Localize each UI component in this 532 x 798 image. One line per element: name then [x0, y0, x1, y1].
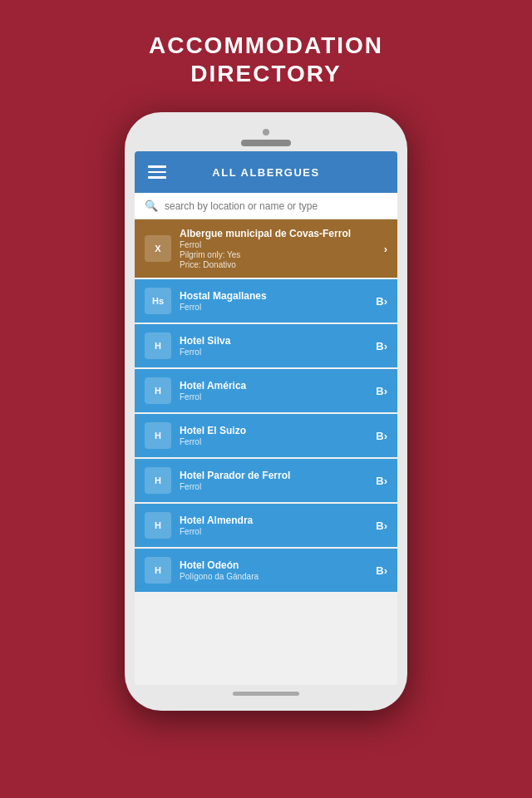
item-badge: H: [145, 557, 171, 584]
item-name: Hotel Odeón: [180, 559, 367, 571]
item-arrow: B›: [376, 520, 387, 532]
item-detail2: Price: Donativo: [180, 260, 376, 269]
item-content: Hotel AlmendraFerrol: [180, 515, 367, 536]
phone-camera: [263, 129, 269, 135]
item-arrow: B›: [376, 295, 387, 308]
item-arrow: B›: [376, 430, 387, 442]
list-item[interactable]: XAlbergue municipal de Covas-FerrolFerro…: [135, 219, 397, 278]
app-header-title: ALL ALBERGUES: [166, 166, 366, 179]
item-name: Hotel Silva: [180, 335, 367, 347]
item-location: Ferrol: [180, 482, 367, 491]
item-location: Polígono da Gándara: [180, 572, 367, 581]
item-badge: H: [145, 332, 171, 359]
item-arrow: B›: [376, 475, 387, 487]
menu-button[interactable]: [148, 165, 166, 179]
item-name: Hotel Parador de Ferrol: [180, 470, 367, 481]
list-item[interactable]: HHotel AlmendraFerrolB›: [135, 504, 397, 547]
list-item[interactable]: HHotel OdeónPolígono da GándaraB›: [135, 549, 397, 592]
item-content: Hotel SilvaFerrol: [180, 335, 367, 357]
phone-home-bar: [233, 692, 299, 696]
phone-screen: ALL ALBERGUES 🔍 XAlbergue municipal de C…: [135, 151, 397, 685]
item-name: Hotel Almendra: [180, 515, 367, 526]
item-content: Hostal MagallanesFerrol: [180, 290, 367, 312]
list-item[interactable]: HHotel El SuizoFerrolB›: [135, 414, 397, 457]
search-input[interactable]: [165, 200, 387, 212]
item-content: Albergue municipal de Covas-FerrolFerrol…: [180, 228, 376, 269]
item-content: Hotel Parador de FerrolFerrol: [180, 470, 367, 491]
page-title: ACCOMMODATION DIRECTORY: [149, 32, 383, 87]
item-location: Ferrol: [180, 347, 367, 357]
item-badge: H: [145, 512, 171, 539]
search-bar: 🔍: [135, 193, 397, 219]
phone-top-bar: [135, 122, 397, 151]
item-badge: X: [145, 235, 171, 262]
item-arrow: B›: [376, 564, 387, 577]
list-item[interactable]: HHotel Parador de FerrolFerrolB›: [135, 459, 397, 502]
search-icon: 🔍: [145, 200, 158, 212]
item-content: Hotel El SuizoFerrol: [180, 425, 367, 446]
item-arrow: B›: [376, 385, 387, 397]
item-location: Ferrol: [180, 392, 367, 401]
item-badge: H: [145, 467, 171, 494]
item-name: Hotel El Suizo: [180, 425, 367, 436]
list-item[interactable]: HHotel AméricaFerrolB›: [135, 369, 397, 412]
item-name: Albergue municipal de Covas-Ferrol: [180, 228, 376, 239]
item-detail1: Pilgrim only: Yes: [180, 250, 376, 259]
item-location: Ferrol: [180, 437, 367, 446]
item-location: Ferrol: [180, 303, 367, 312]
item-badge: H: [145, 377, 171, 404]
phone-speaker: [241, 140, 291, 146]
item-name: Hostal Magallanes: [180, 290, 367, 302]
phone-mockup: ALL ALBERGUES 🔍 XAlbergue municipal de C…: [125, 112, 407, 711]
item-arrow: ›: [384, 243, 387, 255]
app-header: ALL ALBERGUES: [135, 151, 397, 193]
item-badge: H: [145, 422, 171, 449]
item-arrow: B›: [376, 340, 387, 352]
item-location: Ferrol: [180, 527, 367, 536]
item-content: Hotel OdeónPolígono da Gándara: [180, 559, 367, 581]
accommodation-list: XAlbergue municipal de Covas-FerrolFerro…: [135, 219, 397, 685]
list-item[interactable]: HHotel SilvaFerrolB›: [135, 324, 397, 367]
item-name: Hotel América: [180, 380, 367, 392]
item-location: Ferrol: [180, 240, 376, 249]
item-content: Hotel AméricaFerrol: [180, 380, 367, 401]
list-item[interactable]: HsHostal MagallanesFerrolB›: [135, 279, 397, 323]
item-badge: Hs: [145, 288, 171, 314]
